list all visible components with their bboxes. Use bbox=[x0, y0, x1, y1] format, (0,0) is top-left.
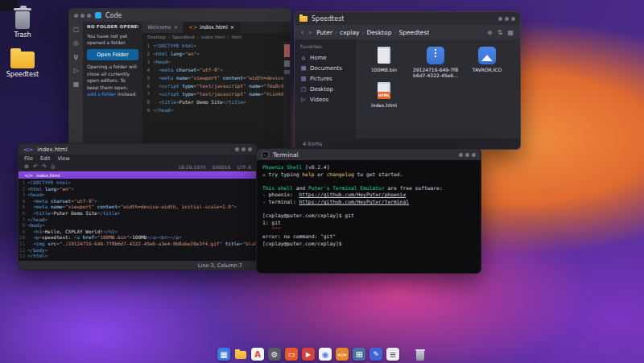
terminal-line: Phoenix Shell [v0.2.4] bbox=[262, 164, 475, 171]
terminal-line: error: no command: "git" bbox=[262, 233, 475, 241]
editor-menubar: FileEditView bbox=[19, 155, 257, 163]
terminal-line: This shell and Puter's Terminal Emulator… bbox=[262, 185, 475, 192]
toolbar-status-text: UTF-8 bbox=[237, 164, 252, 170]
code-line[interactable]: 8 <title>Puter Demo Site</title> bbox=[142, 98, 291, 106]
forward-icon[interactable]: › bbox=[309, 29, 312, 36]
file-item[interactable]: 29124716-649-7f8b6d7-4322-45e6-a3e4-9b8a… bbox=[412, 46, 459, 78]
terminal-window: >_ Terminal Phoenix Shell [v0.2.4]⚠ try … bbox=[256, 148, 481, 274]
code-line[interactable]: 13 </html> bbox=[19, 253, 257, 259]
tab-close-icon[interactable]: × bbox=[230, 24, 234, 31]
code-line[interactable]: 2 <html lang="en"> bbox=[142, 50, 291, 58]
terminal-titlebar[interactable]: >_ Terminal bbox=[257, 149, 481, 160]
files-icon[interactable] bbox=[234, 348, 247, 361]
pdf-icon[interactable]: ▭ bbox=[285, 348, 298, 361]
vscode-app-icon bbox=[95, 12, 101, 19]
file-item[interactable]: 100MB.bin bbox=[361, 46, 407, 78]
files-window: Speedtest ‹ › PutercxplayDesktopSpeedtes… bbox=[294, 11, 521, 150]
player-icon[interactable]: ▶ bbox=[302, 348, 315, 361]
sidebar-item-desktop[interactable]: ▢ Desktop bbox=[300, 84, 350, 94]
dev-icon[interactable]: </> bbox=[336, 348, 349, 361]
editor-title: index.html bbox=[37, 146, 67, 153]
code-line[interactable]: 7 <script type="text/javascript" name="h… bbox=[142, 90, 291, 98]
app-center-icon[interactable]: A bbox=[251, 348, 264, 361]
window-controls[interactable] bbox=[459, 153, 476, 157]
code-line[interactable]: 3 <head> bbox=[142, 58, 291, 66]
sidebar-item-documents[interactable]: ▤ Documents bbox=[300, 63, 350, 73]
file-item[interactable]: TAVROR.ICO bbox=[464, 46, 510, 78]
terminal-line bbox=[262, 206, 475, 213]
code-line[interactable]: 9 </head> bbox=[142, 106, 291, 114]
code-line[interactable]: 4 <meta charset="utf-8"> bbox=[19, 198, 257, 204]
taskbar-trash-icon[interactable] bbox=[414, 348, 427, 361]
calculator-icon[interactable]: ⊞ bbox=[353, 348, 365, 361]
code-line[interactable]: 6 <title>Puter Demo Site</title> bbox=[19, 210, 257, 217]
tab-file-icon: <> bbox=[188, 24, 197, 31]
editor-titlebar[interactable]: </> index.html bbox=[19, 144, 257, 155]
menu-item[interactable]: File bbox=[24, 155, 33, 162]
files-title: Speedtest bbox=[312, 15, 344, 23]
desktop-icon-trash[interactable]: Trash bbox=[2, 6, 43, 39]
code-icon: </> bbox=[24, 173, 33, 178]
add-folder-link[interactable]: add a folder bbox=[87, 91, 116, 97]
minimap[interactable] bbox=[283, 41, 291, 162]
sidebar-item-pictures[interactable]: ▧ Pictures bbox=[300, 73, 350, 84]
vscode-tabbar: Welcome × <> index.html × bbox=[142, 22, 291, 33]
settings-icon[interactable]: ⚙ bbox=[268, 348, 281, 361]
terminal-line: ^^^ bbox=[262, 226, 475, 233]
editor-active-tab[interactable]: </> index.html bbox=[19, 171, 257, 179]
desktop-icon-speedtest[interactable]: Speedtest bbox=[2, 47, 43, 78]
code-line[interactable]: 5 <meta name="viewport" content="width=d… bbox=[19, 204, 257, 210]
taskbar: ▦ A ⚙ ▭ ▶ bbox=[217, 348, 427, 361]
menu-item[interactable]: View bbox=[57, 155, 69, 162]
draw-icon[interactable]: ✎ bbox=[369, 348, 382, 361]
tab-close-icon[interactable]: × bbox=[174, 24, 178, 31]
window-controls[interactable] bbox=[74, 14, 91, 18]
code-line[interactable]: 1 <!DOCTYPE html> bbox=[142, 42, 291, 50]
terminal-line bbox=[262, 178, 475, 185]
code-line[interactable]: 11 <img src="./29124716-649-7f8b6d7-4322… bbox=[19, 241, 257, 247]
code-line[interactable]: 3 <head> bbox=[19, 192, 257, 198]
editor-code-area[interactable]: 1 <!DOCTYPE html> 2 <html lang="en"> 3 <… bbox=[19, 179, 257, 261]
back-icon[interactable]: ‹ bbox=[301, 29, 304, 36]
files-titlebar[interactable]: Speedtest bbox=[295, 12, 520, 25]
launcher-icon[interactable]: ▦ bbox=[217, 348, 230, 361]
code-line[interactable]: 5 <meta name="viewport" content="width=d… bbox=[142, 74, 291, 82]
code-line[interactable]: 1 <!DOCTYPE html> bbox=[19, 179, 257, 186]
files-grid: 100MB.bin 29124716-649-7f8b6d7-4322-45e6… bbox=[356, 39, 520, 138]
notes-icon[interactable]: ≡ bbox=[386, 348, 399, 361]
file-icon bbox=[477, 46, 497, 65]
vscode-breadcrumb[interactable]: DesktopSpeedtestindex.htmlhtml bbox=[142, 33, 291, 41]
browser-icon[interactable]: ◉ bbox=[319, 348, 332, 361]
code-line[interactable]: 8 <body> bbox=[19, 222, 257, 229]
files-breadcrumb[interactable]: PutercxplayDesktopSpeedtest bbox=[316, 29, 429, 36]
terminal-line: ⚠ try typing help or changelog to get st… bbox=[262, 171, 475, 179]
window-controls[interactable] bbox=[235, 147, 252, 151]
code-line[interactable]: 9 <h1>Hello, CXPLAY World!</h1> bbox=[19, 229, 257, 235]
code-line[interactable]: 10 <p>speedtest: <a href="100MB.bin">100… bbox=[19, 234, 257, 241]
toolbar-status-text: 18:29,1070 bbox=[178, 164, 205, 170]
sidebar-item-home[interactable]: ⌂ Home bbox=[300, 52, 350, 63]
terminal-icon: >_ bbox=[262, 151, 269, 159]
code-line[interactable]: 6 <script type="text/javascript" name="7… bbox=[142, 82, 291, 90]
trash-label: Trash bbox=[2, 31, 43, 39]
code-line[interactable]: 4 <meta charset="utf-8"> bbox=[142, 66, 291, 74]
toolbar-status-text: 500016 bbox=[213, 164, 231, 170]
code-line[interactable]: 2 <html lang="en"> bbox=[19, 186, 257, 192]
explorer-section-header[interactable]: NO FOLDER OPENED bbox=[87, 24, 138, 31]
desktop: Trash Speedtest Code ▢◎ψ▷▦ NO FOLDER OPE… bbox=[0, 0, 644, 363]
editor-toolbar: ⊕↶↷◎ 18:29,1070500016UTF-8 bbox=[19, 163, 257, 171]
menu-item[interactable]: Edit bbox=[40, 155, 51, 162]
file-icon: HTML bbox=[374, 81, 394, 101]
terminal-output[interactable]: Phoenix Shell [v0.2.4]⚠ try typing help … bbox=[257, 160, 481, 273]
window-controls[interactable] bbox=[498, 17, 515, 21]
editor-statusbar: Line:3, Column:7 bbox=[19, 261, 257, 270]
open-folder-button[interactable]: Open Folder bbox=[87, 49, 138, 60]
editor-tab[interactable]: Welcome × bbox=[142, 22, 184, 33]
speedtest-folder-label: Speedtest bbox=[2, 71, 43, 78]
sidebar-item-videos[interactable]: ▷ Videos bbox=[300, 94, 350, 105]
code-line[interactable]: 12 </body> bbox=[19, 247, 257, 254]
code-line[interactable]: 7 </head> bbox=[19, 217, 257, 223]
vscode-titlebar[interactable]: Code bbox=[69, 9, 291, 22]
file-item[interactable]: HTML index.html bbox=[361, 81, 407, 108]
editor-tab[interactable]: <> index.html × bbox=[184, 22, 240, 33]
